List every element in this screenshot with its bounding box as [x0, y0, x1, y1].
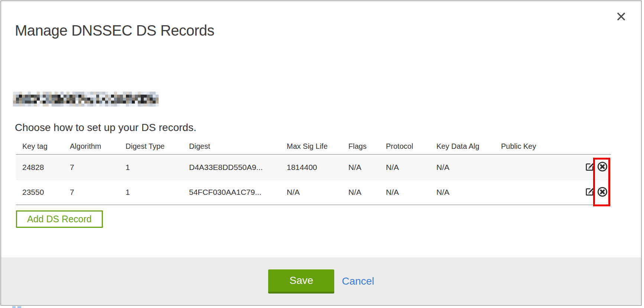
cell-algorithm: 7 — [70, 188, 126, 197]
edit-icon — [584, 187, 595, 198]
cell-flags: N/A — [348, 163, 386, 172]
table-row: 23550 7 1 54FCF030AA1C79... N/A N/A N/A … — [16, 180, 611, 205]
col-header-key-tag: Key tag — [22, 141, 70, 151]
cell-protocol: N/A — [386, 163, 436, 172]
table-header-row: Key tag Algorithm Digest Type Digest Max… — [16, 137, 611, 155]
col-header-protocol: Protocol — [386, 141, 436, 151]
page-behind-fragment — [12, 306, 16, 308]
instruction-text: Choose how to set up your DS records. — [15, 122, 196, 134]
close-icon — [616, 12, 626, 22]
dialog-footer: Save Cancel — [1, 258, 641, 305]
add-ds-record-button[interactable]: Add DS Record — [16, 210, 103, 228]
col-header-key-data-alg: Key Data Alg — [436, 141, 501, 151]
col-header-flags: Flags — [348, 141, 386, 151]
cell-max-sig-life: N/A — [287, 188, 348, 197]
row-actions — [559, 162, 611, 173]
domain-name-redacted — [13, 92, 159, 107]
dnssec-dialog: Manage DNSSEC DS Records Choose how to s… — [0, 0, 644, 308]
table-body: 24828 7 1 D4A33E8DD550A9... 1814400 N/A … — [16, 155, 611, 205]
delete-record-button[interactable] — [597, 162, 608, 173]
cell-digest-type: 1 — [126, 163, 189, 172]
col-header-algorithm: Algorithm — [70, 141, 126, 151]
page-behind-fragment — [17, 306, 21, 308]
cell-key-tag: 23550 — [22, 188, 70, 197]
col-header-actions — [559, 145, 611, 147]
edit-icon — [584, 162, 595, 173]
col-header-public-key: Public Key — [501, 141, 559, 151]
edit-record-button[interactable] — [584, 162, 595, 173]
cancel-link[interactable]: Cancel — [342, 275, 374, 287]
cell-key-tag: 24828 — [22, 163, 70, 172]
cell-digest: 54FCF030AA1C79... — [189, 188, 287, 197]
edit-record-button[interactable] — [584, 187, 595, 198]
ds-records-table: Key tag Algorithm Digest Type Digest Max… — [16, 137, 611, 205]
table-row: 24828 7 1 D4A33E8DD550A9... 1814400 N/A … — [16, 155, 611, 180]
delete-circle-x-icon — [597, 187, 608, 198]
page-title: Manage DNSSEC DS Records — [15, 22, 214, 39]
cell-digest: D4A33E8DD550A9... — [189, 163, 287, 172]
close-button[interactable] — [613, 8, 629, 24]
col-header-max-sig-life: Max Sig Life — [287, 141, 348, 151]
save-button[interactable]: Save — [268, 269, 334, 294]
delete-record-button[interactable] — [597, 187, 608, 198]
col-header-digest-type: Digest Type — [126, 141, 189, 151]
cell-key-data-alg: N/A — [436, 188, 501, 197]
cell-key-data-alg: N/A — [436, 163, 501, 172]
cell-protocol: N/A — [386, 188, 436, 197]
cell-algorithm: 7 — [70, 163, 126, 172]
cell-digest-type: 1 — [126, 188, 189, 197]
row-actions — [559, 187, 611, 198]
delete-circle-x-icon — [597, 162, 608, 173]
col-header-digest: Digest — [189, 141, 287, 151]
cell-flags: N/A — [348, 188, 386, 197]
cell-max-sig-life: 1814400 — [287, 163, 348, 172]
